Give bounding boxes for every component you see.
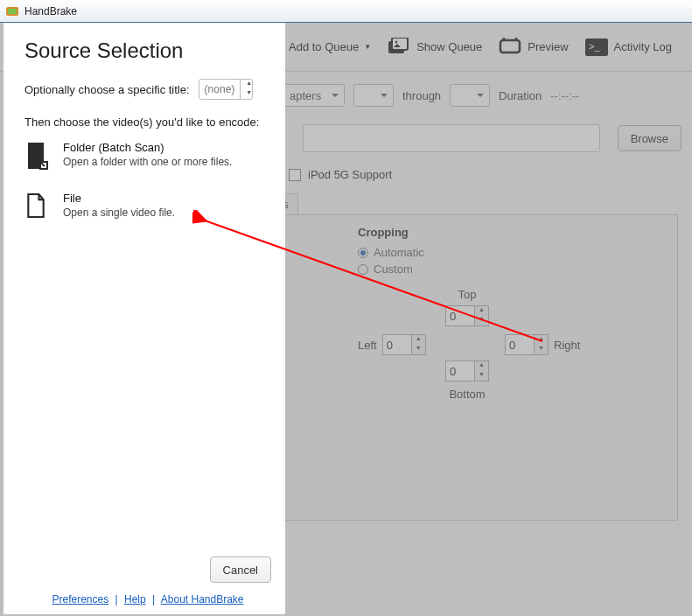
spinner-arrows[interactable]: ▲▼	[240, 80, 252, 99]
modal-heading: Source Selection	[24, 38, 271, 63]
source-option-title: Folder (Batch Scan)	[63, 141, 232, 154]
source-option-title: File	[63, 192, 175, 205]
about-link[interactable]: About HandBrake	[161, 593, 244, 606]
source-option-desc: Open a single video file.	[63, 206, 175, 219]
link-separator: |	[152, 593, 155, 606]
source-folder-option[interactable]: Folder (Batch Scan) Open a folder with o…	[24, 141, 271, 171]
title-option-row: Optionally choose a specific title: (non…	[24, 79, 271, 100]
preferences-link[interactable]: Preferences	[52, 593, 108, 606]
modal-links: Preferences | Help | About HandBrake	[24, 593, 271, 606]
title-spinner[interactable]: (none) ▲▼	[199, 79, 254, 100]
title-option-label: Optionally choose a specific title:	[24, 83, 190, 96]
source-option-desc: Open a folder with one or more files.	[63, 156, 232, 168]
button-label: Cancel	[223, 564, 258, 577]
help-link[interactable]: Help	[124, 593, 146, 606]
cancel-button[interactable]: Cancel	[210, 556, 271, 583]
svg-rect-1	[8, 9, 17, 14]
window-titlebar: HandBrake	[0, 0, 692, 23]
modal-instruction: Then choose the video(s) you'd like to e…	[24, 116, 271, 129]
source-selection-modal: Source Selection Optionally choose a spe…	[3, 23, 285, 614]
folder-icon	[24, 141, 51, 171]
link-separator: |	[115, 593, 118, 606]
source-file-option[interactable]: File Open a single video file.	[24, 192, 271, 221]
title-spinner-value: (none)	[199, 83, 241, 95]
file-icon	[24, 192, 51, 221]
window-title: HandBrake	[24, 5, 77, 18]
app-logo-icon	[5, 4, 19, 18]
